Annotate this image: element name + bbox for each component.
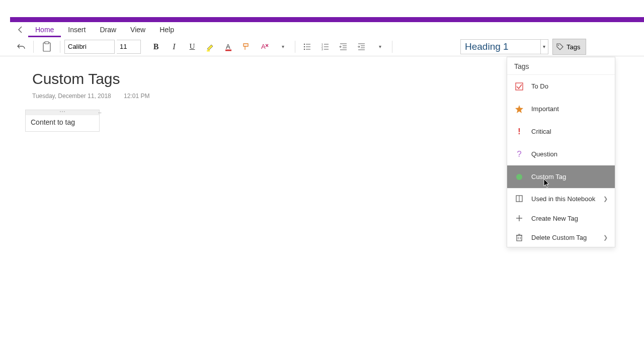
toolbar-divider [33,41,34,53]
svg-point-33 [516,174,522,180]
font-size-input[interactable] [117,40,141,54]
svg-rect-38 [517,235,522,241]
tab-home[interactable]: Home [28,23,61,37]
paste-button[interactable] [38,39,56,55]
note-drag-handle[interactable]: ↔ [26,110,99,115]
tag-item-question[interactable]: ? Question [507,143,615,165]
tab-view[interactable]: View [123,23,152,37]
page-date: Tuesday, December 11, 2018 [32,93,111,100]
notebook-icon [514,194,524,204]
tab-insert[interactable]: Insert [61,23,93,37]
numbering-button[interactable]: 123 [317,39,334,55]
bold-button[interactable]: B [148,39,164,55]
page-time: 12:01 PM [124,93,149,100]
tag-icon [556,43,564,51]
svg-point-11 [304,43,305,44]
delete-custom-tag-item[interactable]: Delete Custom Tag ❯ [507,228,615,247]
create-new-tag-item[interactable]: Create New Tag [507,209,615,228]
undo-button[interactable] [13,39,29,55]
tag-label: Custom Tag [531,173,566,180]
format-painter-button[interactable] [238,39,255,55]
svg-text:A: A [261,43,266,50]
tags-panel-header: Tags [507,57,615,74]
tag-item-important[interactable]: Important [507,98,615,120]
more-paragraph-button[interactable]: ▾ [372,39,388,55]
note-text[interactable]: Content to tag [26,115,99,131]
circle-icon [514,172,524,182]
toolbar-divider [60,41,60,53]
trash-icon [514,232,524,242]
tags-button[interactable]: Tags [552,39,586,55]
menu-label: Delete Custom Tag [531,234,587,241]
svg-point-15 [304,48,305,49]
svg-point-31 [558,45,559,46]
bullets-button[interactable] [299,39,315,55]
tags-button-label: Tags [567,43,580,51]
svg-text:A: A [226,43,230,50]
tab-help[interactable]: Help [152,23,181,37]
svg-text:3: 3 [321,48,323,51]
menu-label: Create New Tag [531,215,578,222]
more-font-button[interactable]: ▾ [275,39,291,55]
outdent-button[interactable] [336,39,352,55]
tab-draw[interactable]: Draw [93,23,123,37]
tag-label: Critical [531,128,551,135]
resize-handle-icon[interactable]: ↔ [98,110,102,115]
svg-point-13 [304,46,305,47]
chevron-right-icon: ❯ [603,234,608,241]
menu-label: Used in this Notebook [531,195,595,203]
checkbox-icon [514,81,524,92]
used-in-notebook-item[interactable]: Used in this Notebook ❯ [507,189,615,209]
note-container[interactable]: ↔ Content to tag [25,110,100,132]
font-name-input[interactable] [64,40,115,54]
tag-item-todo[interactable]: To Do [507,75,615,98]
clear-formatting-button[interactable]: A [257,39,273,55]
tag-label: To Do [531,82,548,90]
back-button[interactable] [13,22,28,37]
tags-dropdown-panel: Tags To Do Important ! Critical ? Questi… [507,57,615,247]
font-color-button[interactable]: A [220,39,236,55]
tag-item-critical[interactable]: ! Critical [507,120,615,143]
underline-button[interactable]: U [184,39,200,55]
plus-icon [514,213,524,223]
star-icon [514,104,524,114]
italic-button[interactable]: I [166,39,182,55]
ribbon-tabs: Home Insert Draw View Help [0,22,644,37]
svg-rect-6 [45,42,49,44]
tag-label: Question [531,150,557,158]
styles-dropdown-icon[interactable]: ▾ [540,39,548,54]
highlight-button[interactable] [202,39,218,55]
tag-label: Important [531,105,559,113]
toolbar-divider [392,41,392,53]
tag-item-custom[interactable]: Custom Tag [507,165,615,188]
chevron-right-icon: ❯ [603,196,608,202]
toolbar-divider [295,41,295,53]
indent-button[interactable] [354,39,370,55]
title-bar [10,17,644,22]
exclamation-icon: ! [514,127,524,137]
question-icon: ? [514,149,524,159]
styles-selector[interactable]: Heading 1 [460,39,541,54]
ribbon-toolbar: B I U A A ▾ 123 ▾ Heading 1 ▾ Tags [0,37,644,56]
